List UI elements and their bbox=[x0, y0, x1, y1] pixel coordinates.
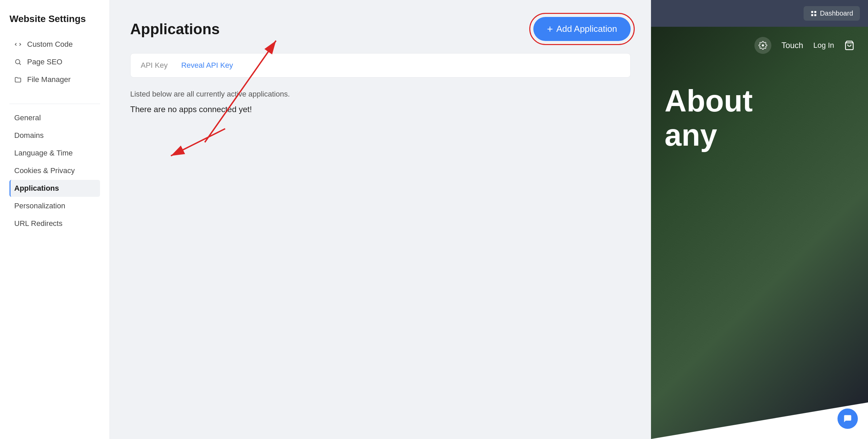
grid-icon bbox=[810, 10, 817, 17]
plus-icon: + bbox=[547, 24, 553, 34]
sidebar-item-label-general: General bbox=[14, 113, 41, 122]
sidebar-item-file-manager[interactable]: File Manager bbox=[9, 72, 100, 87]
sidebar-item-personalization[interactable]: Personalization bbox=[9, 197, 100, 214]
sidebar-top-items: Custom Code Page SEO File Manager bbox=[9, 37, 100, 87]
sidebar-item-general[interactable]: General bbox=[9, 109, 100, 126]
preview-login-text: Log In bbox=[813, 41, 834, 50]
add-application-button[interactable]: + Add Application bbox=[533, 17, 631, 41]
preview-background: Touch Log In About any bbox=[651, 27, 868, 439]
folder-icon bbox=[14, 75, 22, 84]
sidebar: Website Settings Custom Code Page SEO Fi… bbox=[0, 0, 110, 439]
dashboard-label: Dashboard bbox=[820, 9, 853, 17]
preview-about-text: About bbox=[665, 84, 854, 118]
preview-chat-button[interactable] bbox=[837, 409, 858, 429]
sidebar-item-page-seo[interactable]: Page SEO bbox=[9, 54, 100, 70]
search-icon bbox=[14, 58, 22, 66]
sidebar-item-applications[interactable]: Applications bbox=[9, 180, 100, 197]
svg-rect-6 bbox=[811, 11, 813, 13]
sidebar-divider bbox=[9, 104, 100, 104]
reveal-api-key-button[interactable]: Reveal API Key bbox=[181, 61, 233, 70]
preview-nav-bar: Touch Log In bbox=[651, 27, 868, 64]
sidebar-title: Website Settings bbox=[9, 14, 100, 24]
sidebar-item-label-file-manager: File Manager bbox=[27, 75, 71, 84]
preview-hero-text: About any bbox=[651, 64, 868, 439]
code-icon bbox=[14, 40, 22, 49]
right-panel-header: Dashboard bbox=[651, 0, 868, 27]
page-title: Applications bbox=[130, 21, 220, 38]
info-text: Listed below are all currently active ap… bbox=[130, 90, 631, 99]
page-header: Applications + Add Application bbox=[130, 17, 631, 41]
preview-touch-text: Touch bbox=[782, 41, 803, 50]
svg-rect-7 bbox=[814, 11, 816, 13]
sidebar-item-label-page-seo: Page SEO bbox=[27, 58, 62, 66]
sidebar-item-label-personalization: Personalization bbox=[14, 202, 65, 210]
api-key-row: API Key Reveal API Key bbox=[130, 53, 631, 78]
gear-icon bbox=[758, 41, 767, 50]
right-panel-content: Touch Log In About any bbox=[651, 27, 868, 439]
sidebar-item-cookies-privacy[interactable]: Cookies & Privacy bbox=[9, 162, 100, 179]
add-button-wrapper: + Add Application bbox=[533, 17, 631, 41]
sidebar-item-url-redirects[interactable]: URL Redirects bbox=[9, 215, 100, 232]
svg-rect-8 bbox=[811, 14, 813, 16]
no-apps-text: There are no apps connected yet! bbox=[130, 105, 631, 114]
svg-point-0 bbox=[16, 60, 20, 64]
sidebar-item-domains[interactable]: Domains bbox=[9, 127, 100, 144]
sidebar-item-label-url-redirects: URL Redirects bbox=[14, 219, 62, 228]
main-content: Applications + Add Application API Key R… bbox=[110, 0, 651, 439]
preview-bag-icon bbox=[844, 40, 854, 50]
svg-line-1 bbox=[19, 63, 21, 65]
sidebar-item-label-language-time: Language & Time bbox=[14, 149, 73, 158]
preview-gear-icon bbox=[754, 37, 771, 54]
dashboard-button[interactable]: Dashboard bbox=[804, 6, 860, 21]
chat-icon bbox=[843, 414, 852, 423]
svg-rect-9 bbox=[814, 14, 816, 16]
sidebar-item-label-cookies-privacy: Cookies & Privacy bbox=[14, 166, 75, 175]
preview-any-text: any bbox=[665, 118, 854, 153]
sidebar-item-language-time[interactable]: Language & Time bbox=[9, 145, 100, 162]
svg-line-5 bbox=[171, 129, 225, 156]
sidebar-item-label-applications: Applications bbox=[14, 184, 59, 193]
sidebar-item-label-custom-code: Custom Code bbox=[27, 40, 73, 49]
api-key-label: API Key bbox=[141, 61, 167, 70]
sidebar-item-custom-code[interactable]: Custom Code bbox=[9, 37, 100, 52]
add-application-label: Add Application bbox=[556, 24, 617, 34]
sidebar-nav: General Domains Language & Time Cookies … bbox=[9, 109, 100, 232]
sidebar-item-label-domains: Domains bbox=[14, 131, 44, 140]
right-panel: Dashboard Touch Log In bbox=[651, 0, 868, 439]
